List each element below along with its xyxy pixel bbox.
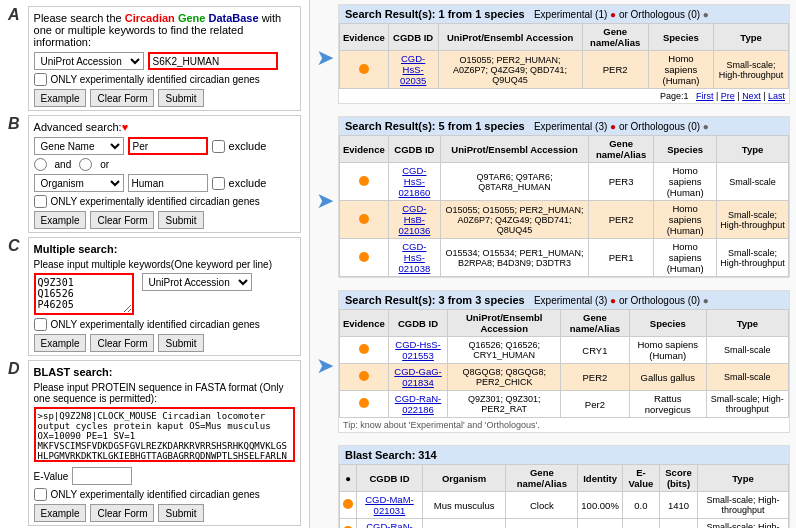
section-a-experimental-checkbox[interactable] bbox=[34, 73, 47, 86]
database-text: DataBase bbox=[208, 12, 258, 24]
arrow-a: ➤ bbox=[316, 47, 334, 69]
cgdb-id-link[interactable]: CGD-HsB-021036 bbox=[399, 203, 431, 236]
result-c-table: EvidenceCGDB IDUniProt/Ensembl Accession… bbox=[339, 309, 789, 418]
section-a-clearform-btn[interactable]: Clear Form bbox=[90, 89, 154, 107]
section-c-experimental-checkbox[interactable] bbox=[34, 318, 47, 331]
section-d-label: D bbox=[8, 360, 20, 378]
table-row: CGD-GaG-021834 Q8GQG8; Q8GQG8; PER2_CHIC… bbox=[340, 364, 789, 391]
section-b-exclude2-label: exclude bbox=[229, 177, 267, 189]
evidence-dot bbox=[359, 176, 369, 186]
table-row: CGD-HsB-021036 O15055; O15055; PER2_HUMA… bbox=[340, 201, 789, 239]
section-a-keyword-input[interactable] bbox=[148, 52, 278, 70]
section-c-clearform-btn[interactable]: Clear Form bbox=[90, 334, 154, 352]
section-b-clearform-btn[interactable]: Clear Form bbox=[90, 211, 154, 229]
section-a-label: A bbox=[8, 6, 20, 24]
circadian-text: Circadian bbox=[125, 12, 175, 24]
table-row: CGD-MaM-021031 Mus musculusClock100.00%0… bbox=[340, 492, 789, 519]
result-c-header: Search Result(s): 3 from 3 species Exper… bbox=[339, 291, 789, 309]
table-row: CGD-HsS-02035 O15055; PER2_HUMAN; A0Z6P7… bbox=[340, 51, 789, 89]
section-d-description: Please input PROTEIN sequence in FASTA f… bbox=[34, 382, 295, 404]
evidence-dot bbox=[359, 371, 369, 381]
section-d-submit-btn[interactable]: Submit bbox=[158, 504, 203, 522]
section-c-label: C bbox=[8, 237, 20, 255]
gene-text: Gene bbox=[178, 12, 206, 24]
cgdb-id-link[interactable]: CGD-HsS-02035 bbox=[400, 53, 426, 86]
section-d-title: BLAST search: bbox=[34, 366, 295, 378]
section-b-exclude1-label: exclude bbox=[229, 140, 267, 152]
section-b-and-radio[interactable] bbox=[34, 158, 47, 171]
evidence-dot bbox=[359, 398, 369, 408]
evidence-dot bbox=[343, 499, 353, 509]
result-a-table: EvidenceCGDB IDUniProt/Ensembl Accession… bbox=[339, 23, 789, 89]
section-b-keyword2-input[interactable] bbox=[128, 174, 208, 192]
section-d-evalue-input[interactable] bbox=[72, 467, 132, 485]
section-d-clearform-btn[interactable]: Clear Form bbox=[90, 504, 154, 522]
result-b-header: Search Result(s): 5 from 1 species Exper… bbox=[339, 117, 789, 135]
section-c-type-select[interactable]: UniProt Accession bbox=[142, 273, 252, 291]
table-row: CGD-RaN-022159 Rattus norvegicusClock95.… bbox=[340, 519, 789, 529]
section-a-submit-btn[interactable]: Submit bbox=[158, 89, 203, 107]
section-d-fasta-textarea[interactable]: >sp|Q9Z2N8|CLOCK_MOUSE Circadian locomot… bbox=[34, 407, 295, 462]
result-c-tip: Tip: know about 'Experimental' and 'Orth… bbox=[339, 418, 789, 432]
section-c-submit-btn[interactable]: Submit bbox=[158, 334, 203, 352]
section-c-keywords-textarea[interactable]: Q9Z301 Q16526 P46205 bbox=[34, 273, 134, 315]
result-b-table: EvidenceCGDB IDUniProt/Ensembl Accession… bbox=[339, 135, 789, 277]
table-row: CGD-HsS-021038 O15534; O15534; PER1_HUMA… bbox=[340, 239, 789, 277]
result-d-table: ● CGDB IDOrganismGene name/AliasIdentity… bbox=[339, 464, 789, 528]
section-b-field2-select[interactable]: Organism bbox=[34, 174, 124, 192]
result-a-page-nav: Page:1 First | Pre | Next | Last bbox=[339, 89, 789, 103]
section-b-example-btn[interactable]: Example bbox=[34, 211, 87, 229]
section-b-title: Advanced search:♥ bbox=[34, 121, 295, 133]
result-a-header: Search Result(s): 1 from 1 species Exper… bbox=[339, 5, 789, 23]
section-d-checkbox-label: ONLY experimentally identified circadian… bbox=[51, 489, 260, 500]
cgdb-id-link[interactable]: CGD-HsS-021038 bbox=[399, 241, 431, 274]
evidence-dot bbox=[359, 344, 369, 354]
section-b-checkbox-label: ONLY experimentally identified circadian… bbox=[51, 196, 260, 207]
section-a-description: Please search the Circadian Gene DataBas… bbox=[34, 12, 295, 48]
result-d-header: Blast Search: 314 bbox=[339, 446, 789, 464]
evidence-dot bbox=[359, 214, 369, 224]
cgdb-id-link[interactable]: CGD-RaN-022186 bbox=[395, 393, 441, 415]
cgdb-id-link[interactable]: CGD-GaG-021834 bbox=[394, 366, 442, 388]
section-d-example-btn[interactable]: Example bbox=[34, 504, 87, 522]
section-b-experimental-checkbox[interactable] bbox=[34, 195, 47, 208]
section-b-keyword1-input[interactable] bbox=[128, 137, 208, 155]
section-a-checkbox-label: ONLY experimentally identified circadian… bbox=[51, 74, 260, 85]
section-c-checkbox-label: ONLY experimentally identified circadian… bbox=[51, 319, 260, 330]
section-a-type-select[interactable]: UniProt Accession bbox=[34, 52, 144, 70]
section-d-experimental-checkbox[interactable] bbox=[34, 488, 47, 501]
section-d-evalue-label: E-Value bbox=[34, 471, 69, 482]
section-b-field1-select[interactable]: Gene Name bbox=[34, 137, 124, 155]
cgdb-id-link[interactable]: CGD-HsS-021860 bbox=[399, 165, 431, 198]
section-b-label: B bbox=[8, 115, 20, 133]
table-row: CGD-RaN-022186 Q9Z301; Q9Z301; PER2_RAT … bbox=[340, 391, 789, 418]
evidence-dot bbox=[359, 64, 369, 74]
evidence-dot bbox=[359, 252, 369, 262]
arrow-b: ➤ bbox=[316, 190, 334, 212]
section-b-submit-btn[interactable]: Submit bbox=[158, 211, 203, 229]
section-c-description: Please input multiple keywords(One keywo… bbox=[34, 259, 295, 270]
section-c-example-btn[interactable]: Example bbox=[34, 334, 87, 352]
section-a-example-btn[interactable]: Example bbox=[34, 89, 87, 107]
section-b-or-radio[interactable] bbox=[79, 158, 92, 171]
section-c-title: Multiple search: bbox=[34, 243, 295, 255]
table-row: CGD-HsS-021860 Q9TAR6; Q9TAR6; Q8TAR8_HU… bbox=[340, 163, 789, 201]
arrow-c: ➤ bbox=[316, 355, 334, 377]
section-b-exclude1-checkbox[interactable] bbox=[212, 140, 225, 153]
table-row: CGD-HsS-021553 Q16526; Q16526; CRY1_HUMA… bbox=[340, 337, 789, 364]
section-b-exclude2-checkbox[interactable] bbox=[212, 177, 225, 190]
cgdb-id-link[interactable]: CGD-HsS-021553 bbox=[395, 339, 440, 361]
